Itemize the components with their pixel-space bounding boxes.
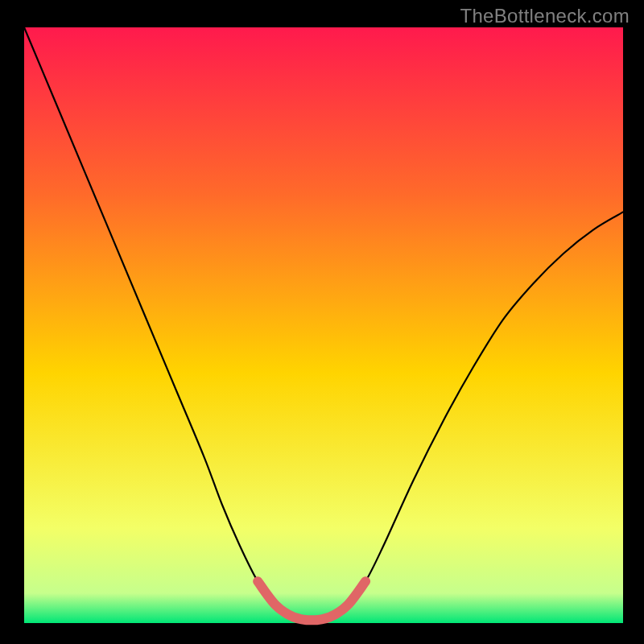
plot-background xyxy=(24,27,623,623)
chart-container: { "watermark": "TheBottleneck.com", "col… xyxy=(0,0,644,644)
watermark-text: TheBottleneck.com xyxy=(460,5,630,27)
bottleneck-chart xyxy=(0,0,644,644)
